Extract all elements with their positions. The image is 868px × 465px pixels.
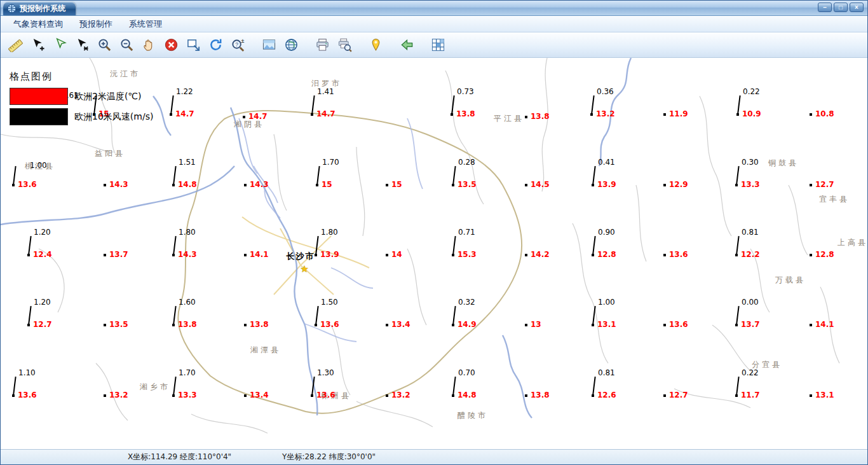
- temperature-value: 13.6: [18, 391, 37, 399]
- wind-speed-value: 0.81: [598, 368, 615, 377]
- grid-point-dot: [104, 324, 106, 326]
- wind-barb: [173, 377, 177, 396]
- temperature-value: 13.2: [109, 391, 128, 399]
- wind-barb: [311, 95, 315, 115]
- grid-point-dot: [386, 184, 388, 186]
- grid-point-dot: [810, 254, 812, 256]
- delete-icon[interactable]: [161, 36, 180, 55]
- location-pin-icon[interactable]: [366, 36, 385, 55]
- grid-point-dot: [810, 184, 812, 186]
- wind-speed-value: 0.70: [458, 368, 475, 377]
- refresh-icon[interactable]: [206, 36, 225, 55]
- legend-color-swatch: [10, 88, 68, 105]
- wind-speed-value: 1.80: [321, 228, 338, 237]
- grid-data-icon[interactable]: [428, 36, 447, 55]
- wind-barb: [452, 306, 456, 325]
- wind-barb: [311, 377, 315, 396]
- temperature-value: 13.5: [109, 320, 128, 329]
- print-preview-icon[interactable]: [335, 36, 354, 55]
- app-icon: [7, 4, 17, 13]
- temperature-value: 12.8: [597, 250, 616, 259]
- temperature-value: 13.8: [531, 112, 550, 121]
- wind-barb: [173, 166, 177, 185]
- wind-speed-value: 1.00: [30, 161, 47, 170]
- pointer-green-icon[interactable]: [50, 36, 69, 55]
- minimize-button[interactable]: –: [818, 3, 832, 12]
- grid-point-dot: [386, 394, 388, 397]
- legend-title: 格点图例: [10, 71, 153, 83]
- wind-barb: [592, 166, 596, 185]
- temperature-value: 12.7: [33, 320, 52, 329]
- grid-point-dot: [104, 394, 106, 397]
- zoom-scale-icon[interactable]: ?±: [228, 36, 247, 55]
- wind-barb: [451, 95, 455, 115]
- wind-speed-value: 0.22: [743, 87, 760, 96]
- grid-point-dot: [663, 184, 666, 186]
- wind-speed-value: 0.90: [598, 228, 615, 237]
- wind-speed-value: 1.10: [18, 368, 36, 377]
- menu-forecast-production[interactable]: 预报制作: [73, 17, 119, 32]
- grid-point-dot: [663, 254, 666, 256]
- temperature-value: 13.4: [391, 320, 410, 329]
- wind-barb: [736, 236, 740, 255]
- legend-item: 欧洲2米温度(℃): [10, 88, 153, 105]
- back-icon[interactable]: [397, 36, 416, 55]
- wind-barb: [736, 377, 740, 396]
- wind-barb: [28, 306, 32, 325]
- grid-point-dot: [386, 324, 388, 326]
- temperature-value: 13.7: [741, 320, 760, 329]
- menu-weather-data-query[interactable]: 气象资料查询: [7, 17, 69, 32]
- map-canvas[interactable]: 格点图例 欧洲2米温度(℃)欧洲10米风速(m/s) 沅江市汨罗市湘阴县平江县益…: [1, 58, 867, 449]
- select-arrow-icon[interactable]: [28, 36, 47, 55]
- wind-speed-value: 0.41: [598, 158, 615, 167]
- grid-point-dot: [525, 324, 527, 326]
- temperature-value: 13.2: [596, 109, 615, 118]
- wind-barb: [737, 95, 741, 115]
- legend-label: 欧洲10米风速(m/s): [74, 111, 153, 123]
- titlebar[interactable]: 预报制作系统 –□×: [1, 1, 867, 16]
- wind-speed-value: 1.50: [321, 298, 338, 307]
- temperature-value: 15: [322, 180, 332, 189]
- pan-hand-icon[interactable]: [139, 36, 158, 55]
- wind-speed-value: 0.28: [458, 158, 475, 167]
- wind-barb: [452, 236, 456, 255]
- menu-system-management[interactable]: 系统管理: [123, 17, 168, 32]
- temperature-value: 13.6: [316, 391, 336, 399]
- temperature-value: 12.8: [815, 250, 834, 259]
- grid-point-dot: [244, 254, 247, 256]
- globe-icon[interactable]: [281, 36, 301, 55]
- wind-barb: [170, 95, 174, 115]
- wind-speed-value: 0.00: [742, 298, 759, 307]
- pointer-query-icon[interactable]: [72, 36, 92, 55]
- wind-speed-value: 1.41: [317, 87, 334, 96]
- temperature-value: 12.9: [669, 180, 688, 189]
- close-button[interactable]: ×: [850, 3, 864, 12]
- wind-barb: [592, 377, 596, 396]
- image-export-icon[interactable]: [259, 36, 278, 55]
- zoom-in-icon[interactable]: [95, 36, 114, 55]
- extent-export-icon[interactable]: [184, 36, 203, 55]
- temperature-value: 14.3: [109, 180, 128, 189]
- wind-speed-value: 0.30: [742, 158, 759, 167]
- grid-point-dot: [810, 394, 812, 397]
- temperature-value: 14.2: [531, 250, 550, 259]
- legend-items: 欧洲2米温度(℃)欧洲10米风速(m/s): [10, 88, 153, 125]
- temperature-value: 12.7: [815, 180, 834, 189]
- wind-speed-value: 1.70: [179, 368, 196, 377]
- measure-icon[interactable]: [6, 36, 25, 55]
- status-y-coordinate: Y坐标:28.22 纬度:30°0'0": [282, 452, 376, 462]
- temperature-value: 13.8: [531, 391, 550, 399]
- grid-legend: 格点图例 欧洲2米温度(℃)欧洲10米风速(m/s): [10, 71, 153, 128]
- wind-barb: [592, 306, 596, 325]
- wind-barb: [736, 306, 740, 325]
- wind-barb: [173, 236, 177, 255]
- zoom-out-icon[interactable]: [117, 36, 136, 55]
- print-icon[interactable]: [313, 36, 332, 55]
- grid-point-dot: [663, 394, 666, 397]
- statusbar: X坐标:114.29 经度:110°0'4" Y坐标:28.22 纬度:30°0…: [1, 449, 867, 464]
- grid-point-dot: [244, 394, 247, 397]
- wind-speed-value: 1.22: [176, 87, 193, 96]
- grid-point-dot: [663, 324, 666, 326]
- wind-speed-value: 0.73: [457, 87, 474, 96]
- restore-button[interactable]: □: [834, 3, 848, 12]
